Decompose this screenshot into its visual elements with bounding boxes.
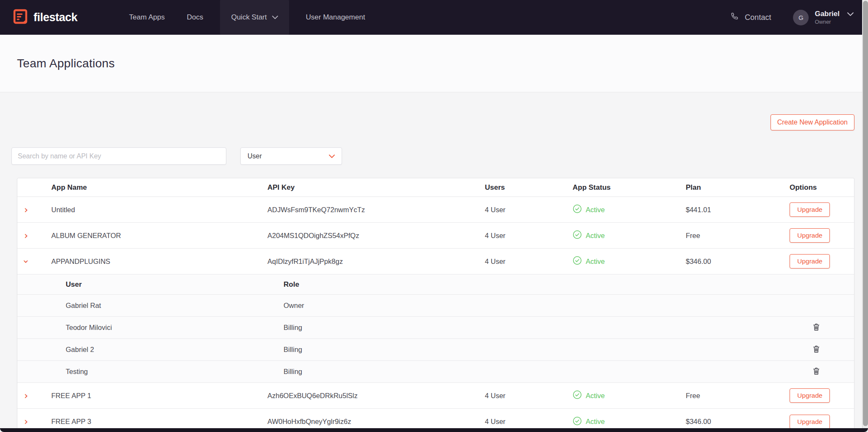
col-app-status: App Status	[573, 183, 686, 192]
upgrade-button[interactable]: Upgrade	[790, 415, 830, 429]
status-label: Active	[586, 392, 605, 400]
member-role: Billing	[284, 368, 812, 376]
vertical-scrollbar[interactable]	[862, 0, 868, 432]
upgrade-button[interactable]: Upgrade	[790, 254, 830, 269]
chevron-right-icon[interactable]: ›	[24, 391, 28, 401]
user-name: Gabriel	[815, 9, 840, 18]
users-count: 4 User	[485, 206, 573, 214]
subtable-row: Testing Billing	[17, 361, 854, 383]
api-key: ADJWsFsm9TKeQ72nwmYcTz	[267, 206, 485, 214]
trash-icon	[812, 344, 821, 355]
top-nav: filestack Team Apps Docs Quick Start Use…	[0, 0, 868, 35]
check-circle-icon	[573, 256, 582, 267]
member-role: Billing	[284, 346, 812, 354]
col-role: Role	[284, 280, 299, 289]
nav-items: Team Apps Docs Quick Start User Manageme…	[118, 0, 376, 35]
col-options: Options	[790, 183, 854, 192]
subtable-row: Teodor Milovici Billing	[17, 317, 854, 339]
app-status: Active	[573, 230, 686, 241]
table-header-row: App Name API Key Users App Status Plan O…	[17, 178, 854, 197]
nav-item-team-apps[interactable]: Team Apps	[118, 0, 176, 35]
status-label: Active	[586, 418, 605, 426]
create-new-application-button[interactable]: Create New Application	[771, 114, 854, 130]
nav-item-docs[interactable]: Docs	[176, 0, 214, 35]
chevron-right-icon[interactable]: ›	[24, 231, 28, 241]
check-circle-icon	[573, 390, 582, 401]
app-status: Active	[573, 416, 686, 427]
chevron-down-icon	[847, 11, 854, 18]
user-role: Owner	[815, 19, 840, 25]
check-circle-icon	[573, 204, 582, 215]
users-count: 4 User	[485, 392, 573, 400]
brand-name: filestack	[33, 11, 78, 24]
app-name: FREE APP 3	[51, 418, 267, 426]
member-role: Billing	[284, 324, 812, 332]
phone-icon	[730, 12, 739, 23]
chevron-down-icon	[272, 13, 278, 22]
subtable-row: Gabriel 2 Billing	[17, 339, 854, 361]
check-circle-icon	[573, 416, 582, 427]
chevron-down-icon	[329, 152, 335, 160]
col-app-name: App Name	[51, 183, 267, 192]
member-name: Gabriel Rat	[66, 302, 284, 310]
nav-item-user-management[interactable]: User Management	[295, 0, 376, 35]
api-key: A204MS1QDOighZS54xPfQz	[267, 232, 485, 240]
subtable-header-row: User Role	[17, 274, 854, 295]
chevron-right-icon[interactable]: ›	[24, 417, 28, 426]
trash-icon	[812, 366, 821, 377]
upgrade-button[interactable]: Upgrade	[790, 202, 830, 217]
filestack-logo-icon	[13, 9, 28, 26]
plan-value: Free	[686, 232, 790, 240]
search-input[interactable]	[11, 147, 226, 165]
app-name: FREE APP 1	[51, 392, 267, 400]
app-name: ALBUM GENERATOR	[51, 232, 267, 240]
status-label: Active	[586, 232, 605, 240]
col-users: Users	[485, 183, 573, 192]
api-key: AW0HoHxfbQneyYglr9iz6z	[267, 418, 485, 426]
avatar: G	[793, 10, 809, 25]
plan-value: $441.01	[686, 206, 790, 214]
table-row-expanded[interactable]: › APPANDPLUGINS AqIDlzyfR1iTjAJjPpk8gz 4…	[17, 249, 854, 274]
app-status: Active	[573, 256, 686, 267]
trash-icon	[812, 322, 821, 333]
filter-dropdown-value: User	[248, 152, 262, 160]
filestack-logo[interactable]: filestack	[13, 9, 78, 26]
filter-dropdown[interactable]: User	[240, 147, 342, 165]
app-status: Active	[573, 390, 686, 401]
delete-user-button[interactable]	[812, 322, 821, 333]
app-name: Untitled	[51, 206, 267, 214]
subtable-row: Gabriel Rat Owner	[17, 295, 854, 317]
api-key: Azh6OExBUQ6eDRkRu5lSlz	[267, 392, 485, 400]
scrollbar-thumb[interactable]	[863, 1, 868, 426]
chevron-right-icon[interactable]: ›	[24, 205, 28, 215]
table-row[interactable]: › Untitled ADJWsFsm9TKeQ72nwmYcTz 4 User…	[17, 197, 854, 223]
plan-value: Free	[686, 392, 790, 400]
users-count: 4 User	[485, 418, 573, 426]
quick-start-label: Quick Start	[231, 13, 267, 22]
member-name: Gabriel 2	[66, 346, 284, 354]
users-count: 4 User	[485, 232, 573, 240]
status-label: Active	[586, 206, 605, 214]
app-name: APPANDPLUGINS	[51, 258, 267, 266]
users-count: 4 User	[485, 258, 573, 266]
member-name: Testing	[66, 368, 284, 376]
upgrade-button[interactable]: Upgrade	[790, 388, 830, 403]
col-user: User	[66, 280, 284, 289]
upgrade-button[interactable]: Upgrade	[790, 228, 830, 243]
col-plan: Plan	[686, 183, 790, 192]
contact-label: Contact	[745, 13, 771, 22]
page-title: Team Applications	[17, 57, 115, 70]
user-menu[interactable]: G Gabriel Owner	[793, 9, 854, 25]
window-bottom-edge	[0, 428, 868, 432]
table-row[interactable]: › ALBUM GENERATOR A204MS1QDOighZS54xPfQz…	[17, 223, 854, 249]
contact-link[interactable]: Contact	[730, 12, 771, 23]
app-users-subtable: User Role Gabriel Rat Owner Teodor Milov…	[17, 274, 854, 383]
delete-user-button[interactable]	[812, 366, 821, 377]
plan-value: $346.00	[686, 258, 790, 266]
table-row[interactable]: › FREE APP 1 Azh6OExBUQ6eDRkRu5lSlz 4 Us…	[17, 383, 854, 409]
nav-item-quick-start[interactable]: Quick Start	[220, 0, 289, 35]
status-label: Active	[586, 258, 605, 266]
member-name: Teodor Milovici	[66, 324, 284, 332]
chevron-down-icon[interactable]: ›	[21, 259, 31, 263]
delete-user-button[interactable]	[812, 344, 821, 355]
